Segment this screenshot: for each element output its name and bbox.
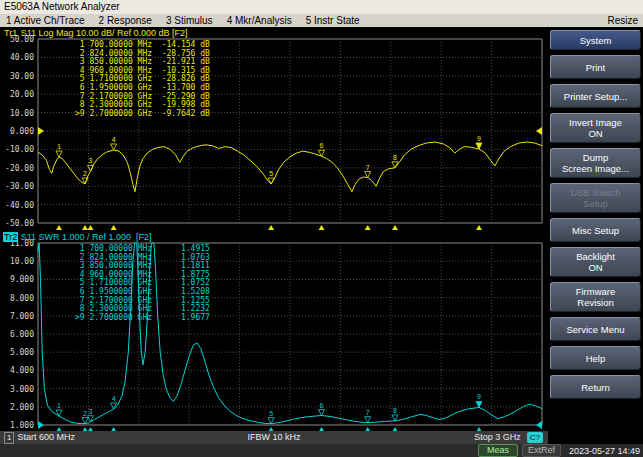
menu-item-active-ch-trace[interactable]: 1 Active Ch/Trace: [6, 14, 85, 27]
y-axis-label: 9.000: [0, 275, 34, 284]
y-axis-label: 7.000: [0, 312, 34, 321]
tr1-label[interactable]: Tr1: [3, 28, 18, 38]
y-axis-label: 2.000: [0, 403, 34, 412]
softkey-firmware-revision[interactable]: FirmwareRevision: [550, 282, 641, 312]
datetime: 2023-05-27 14:49: [565, 446, 640, 456]
y-axis-label: 8.000: [0, 294, 34, 303]
y-axis-label: -10.00: [0, 145, 34, 154]
softkey-backlight-on[interactable]: BacklightON: [550, 247, 641, 277]
softkey-misc-setup[interactable]: Misc Setup: [550, 218, 641, 242]
extref-indicator: ExtRef: [522, 444, 561, 457]
tr2-header: Tr2 S11 SWR 1.000 / Ref 1.000 [F2]: [3, 232, 152, 242]
cal-status-badge: C?: [527, 432, 543, 443]
ifbw-readout: IFBW 10 kHz: [0, 431, 548, 444]
marker-readout: 1 700.00000 MHz -14.154 dB 2 824.00000 M…: [75, 41, 210, 118]
svg-text:6: 6: [320, 142, 324, 149]
svg-text:8: 8: [393, 407, 397, 414]
tr1-header: Tr1 S11 Log Mag 10.00 dB/ Ref 0.000 dB […: [3, 28, 188, 38]
softkey-print[interactable]: Print: [550, 55, 641, 79]
svg-text:9: 9: [477, 393, 481, 400]
svg-text:9: 9: [477, 135, 481, 142]
tr2-label[interactable]: Tr2: [3, 232, 18, 242]
tr1-header-text: S11 Log Mag 10.00 dB/ Ref 0.000 dB [F2]: [18, 28, 187, 38]
menu-item-instr-state[interactable]: 5 Instr State: [306, 14, 360, 27]
svg-text:4: 4: [112, 395, 116, 402]
softkey-service-menu[interactable]: Service Menu: [550, 317, 641, 341]
svg-text:2: 2: [83, 410, 87, 417]
softkey-dump-screen-image[interactable]: DumpScreen Image...: [550, 148, 641, 178]
svg-text:7: 7: [366, 409, 370, 416]
window-title: E5063A Network Analyzer: [0, 0, 643, 14]
stop-frequency: Stop 3 GHz: [474, 431, 521, 444]
svg-text:5: 5: [269, 170, 273, 177]
y-axis-label: 1.000: [0, 421, 34, 430]
meas-indicator: Meas: [478, 444, 518, 457]
svg-text:3: 3: [89, 157, 93, 164]
instrument-screen: Tr1 S11 Log Mag 10.00 dB/ Ref 0.000 dB […: [0, 27, 643, 457]
softkey-usb-switch-setup: USB SwitchSetup: [550, 183, 641, 213]
sidebar: SystemPrintPrinter Setup...Invert ImageO…: [548, 27, 643, 444]
menu-item-resize[interactable]: Resize: [607, 14, 638, 27]
menu-item-mkr-analysis[interactable]: 4 Mkr/Analysis: [227, 14, 292, 27]
svg-text:4: 4: [112, 136, 116, 143]
status-bar: 1 Start 600 MHz IFBW 10 kHz Stop 3 GHz C…: [0, 431, 548, 444]
y-axis-label: -40.00: [0, 201, 34, 210]
y-axis-label: 10.00: [0, 109, 34, 118]
svg-text:1: 1: [57, 143, 61, 150]
svg-text:6: 6: [320, 402, 324, 409]
svg-text:3: 3: [89, 408, 93, 415]
footer-bar: Meas ExtRef 2023-05-27 14:49: [0, 444, 643, 457]
tr2-header-text: S11 SWR 1.000 / Ref 1.000 [F2]: [18, 232, 151, 242]
y-axis-label: 6.000: [0, 330, 34, 339]
y-axis-label: 4.000: [0, 366, 34, 375]
softkey-invert-image-on[interactable]: Invert ImageON: [550, 113, 641, 143]
y-axis-label: -30.00: [0, 182, 34, 191]
softkey-system[interactable]: System: [550, 30, 641, 50]
plot-panel-0: Tr1 S11 Log Mag 10.00 dB/ Ref 0.000 dB […: [0, 27, 548, 231]
y-axis-label: 20.00: [0, 90, 34, 99]
softkey-help[interactable]: Help: [550, 346, 641, 370]
y-axis-label: 5.000: [0, 348, 34, 357]
svg-text:7: 7: [366, 164, 370, 171]
menubar: 1 Active Ch/Trace 2 Response 3 Stimulus …: [0, 14, 643, 27]
svg-text:2: 2: [83, 170, 87, 177]
softkey-printer-setup[interactable]: Printer Setup...: [550, 84, 641, 108]
y-axis-label: 30.00: [0, 72, 34, 81]
y-axis-label: 3.000: [0, 385, 34, 394]
menu-item-stimulus[interactable]: 3 Stimulus: [166, 14, 213, 27]
y-axis-label: 40.00: [0, 53, 34, 62]
svg-text:8: 8: [393, 154, 397, 161]
y-axis-label: -50.00: [0, 219, 34, 228]
svg-text:1: 1: [57, 402, 61, 409]
marker-readout: 1 700.00000 MHz 1.4915 2 824.00000 MHz 1…: [75, 245, 210, 322]
y-axis-label: 0.000: [0, 127, 34, 136]
softkey-return[interactable]: Return: [550, 375, 641, 399]
menu-item-response[interactable]: 2 Response: [99, 14, 152, 27]
y-axis-label: 10.00: [0, 257, 34, 266]
svg-text:5: 5: [269, 410, 273, 417]
y-axis-label: -20.00: [0, 164, 34, 173]
plot-panel-1: Tr2 S11 SWR 1.000 / Ref 1.000 [F2] 11.00…: [0, 231, 548, 431]
